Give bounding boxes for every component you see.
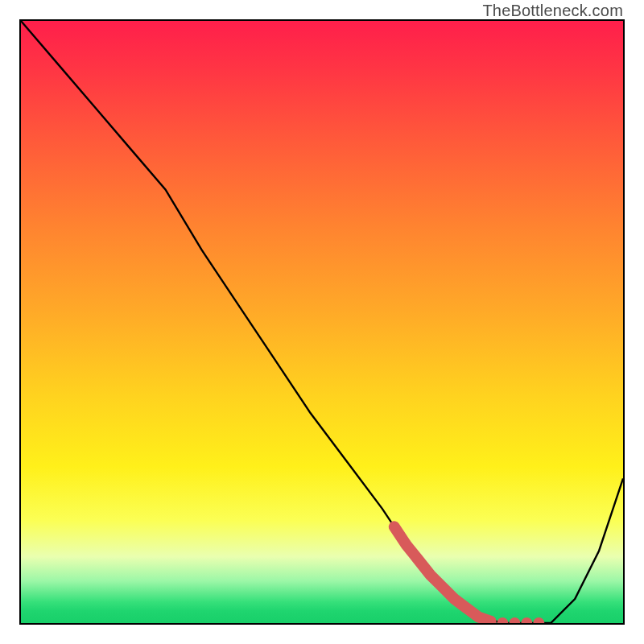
bottleneck-curve-line	[21, 21, 623, 623]
highlight-dot	[521, 617, 532, 623]
chart-frame: TheBottleneck.com	[0, 0, 644, 644]
highlight-thick-segment	[394, 526, 491, 621]
highlight-dot	[533, 617, 544, 623]
curve-layer	[21, 21, 623, 623]
plot-area	[19, 19, 625, 625]
watermark-text: TheBottleneck.com	[482, 2, 623, 20]
bottleneck-highlight-icon	[394, 526, 545, 623]
highlight-dot	[509, 617, 520, 623]
highlight-dot	[497, 617, 508, 623]
